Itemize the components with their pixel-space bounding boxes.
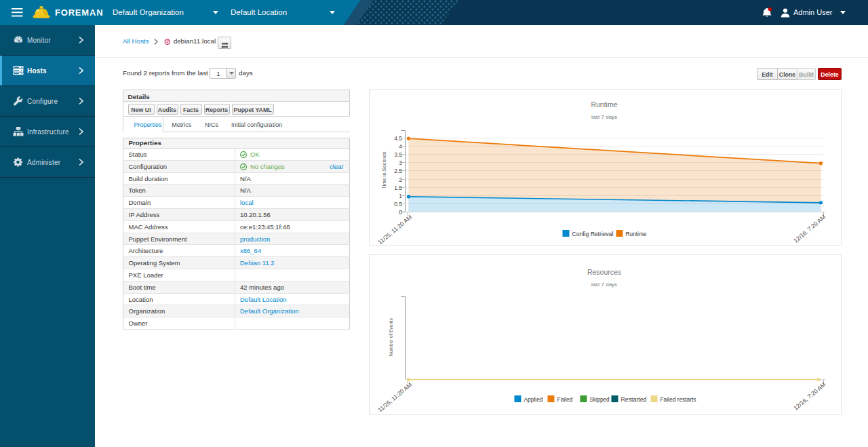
svg-text:0: 0 bbox=[399, 209, 402, 216]
svg-text:Applied: Applied bbox=[524, 395, 542, 402]
svg-text:1: 1 bbox=[399, 193, 402, 199]
svg-text:Runtime: Runtime bbox=[591, 100, 617, 109]
svg-text:2: 2 bbox=[399, 176, 402, 183]
svg-text:3: 3 bbox=[399, 159, 402, 166]
svg-text:Resources: Resources bbox=[587, 268, 620, 276]
svg-text:Restarted: Restarted bbox=[620, 395, 646, 402]
svg-text:last 7 days: last 7 days bbox=[591, 114, 616, 120]
svg-text:Config Retrieval: Config Retrieval bbox=[572, 231, 613, 237]
svg-text:3.5: 3.5 bbox=[394, 151, 402, 158]
svg-text:4: 4 bbox=[399, 143, 402, 150]
svg-text:4.5: 4.5 bbox=[394, 135, 402, 142]
svg-text:last 7 days: last 7 days bbox=[591, 281, 616, 288]
svg-text:Number of Events: Number of Events bbox=[388, 318, 394, 356]
svg-text:Failed restarts: Failed restarts bbox=[660, 395, 696, 402]
svg-text:0.5: 0.5 bbox=[394, 201, 402, 208]
svg-text:1.5: 1.5 bbox=[394, 184, 402, 191]
svg-text:Time in Seconds: Time in Seconds bbox=[381, 152, 387, 189]
svg-text:Runtime: Runtime bbox=[625, 231, 646, 237]
svg-text:Failed: Failed bbox=[557, 395, 572, 402]
svg-text:Skipped: Skipped bbox=[589, 395, 609, 402]
svg-text:2.5: 2.5 bbox=[394, 168, 402, 174]
